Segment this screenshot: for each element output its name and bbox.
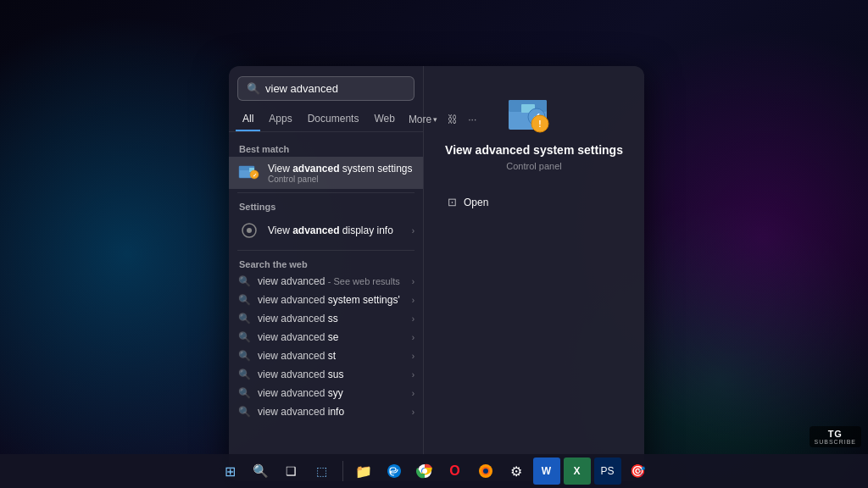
tab-web[interactable]: Web: [367, 108, 401, 131]
web-search-icon-6: 🔍: [237, 387, 251, 399]
search-web-label: Search the web: [229, 254, 423, 272]
web-arrow-4: ›: [412, 352, 415, 361]
web-item-2[interactable]: 🔍 view advanced ss ›: [229, 309, 423, 328]
web-item-5[interactable]: 🔍 view advanced sus ›: [229, 365, 423, 384]
search-button[interactable]: 🔍: [248, 458, 275, 485]
best-match-title: View advanced system settings: [268, 163, 415, 175]
tab-apps[interactable]: Apps: [262, 108, 298, 131]
web-item-3[interactable]: 🔍 view advanced se ›: [229, 328, 423, 347]
search-input[interactable]: [265, 82, 408, 95]
svg-text:✓: ✓: [253, 173, 257, 178]
divider-2: [237, 250, 415, 251]
app-preview-icon: ✓ !: [504, 92, 564, 142]
web-search-icon-3: 🔍: [237, 331, 251, 343]
word-icon[interactable]: W: [533, 458, 560, 485]
svg-point-18: [483, 469, 488, 474]
web-item-4[interactable]: 🔍 view advanced st ›: [229, 347, 423, 365]
tg-text: TG: [815, 429, 856, 439]
preview-actions: ⊡ Open: [441, 191, 627, 213]
web-search-icon-2: 🔍: [237, 313, 251, 324]
web-item-0[interactable]: 🔍 view advanced - See web results ›: [229, 272, 423, 291]
search-panel: 🔍 All Apps Documents Web More ▾ ⛓ ··· Be…: [229, 66, 644, 481]
preview-title: View advanced system settings: [445, 142, 623, 158]
web-search-icon-5: 🔍: [237, 369, 251, 380]
tab-all[interactable]: All: [236, 108, 260, 131]
settings-label: Settings: [229, 197, 423, 214]
web-text-1: view advanced system settings': [258, 294, 405, 306]
best-match-label: Best match: [229, 139, 423, 157]
preview-open-action[interactable]: ⊡ Open: [441, 191, 627, 213]
tg-badge: TG SUBSCRIBE: [810, 426, 861, 447]
web-text-0: view advanced - See web results: [258, 275, 405, 287]
best-match-subtitle: Control panel: [268, 175, 415, 184]
web-arrow-6: ›: [412, 389, 415, 398]
divider-1: [237, 192, 415, 193]
edge-icon[interactable]: [381, 458, 408, 485]
taskbar: ⊞ 🔍 ❑ ⬚ 📁 O ⚙ W X PS 🎯: [0, 454, 868, 488]
tab-documents[interactable]: Documents: [301, 108, 366, 131]
file-explorer-icon[interactable]: 📁: [350, 458, 377, 485]
web-text-6: view advanced syy: [258, 387, 405, 399]
preview-panel: ✓ ! View advanced system settings Contro…: [424, 66, 644, 481]
taskbar-divider: [342, 461, 343, 481]
web-arrow-2: ›: [412, 314, 415, 324]
search-left-panel: 🔍 All Apps Documents Web More ▾ ⛓ ··· Be…: [229, 66, 424, 481]
subscribe-text: SUBSCRIBE: [815, 439, 856, 445]
svg-point-6: [247, 228, 252, 233]
web-text-3: view advanced se: [258, 331, 405, 343]
search-icon: 🔍: [247, 82, 260, 95]
best-match-item[interactable]: ✓ View advanced system settings Control …: [229, 157, 423, 189]
web-arrow-7: ›: [412, 408, 415, 417]
start-button[interactable]: ⊞: [217, 458, 244, 485]
web-search-icon-4: 🔍: [237, 350, 251, 362]
web-search-icon-7: 🔍: [237, 406, 251, 418]
control-panel-icon: ✓: [237, 161, 261, 185]
web-text-7: view advanced info: [258, 406, 405, 418]
opera-icon[interactable]: O: [442, 458, 469, 485]
widgets-button[interactable]: ⬚: [309, 458, 336, 485]
preview-subtitle: Control panel: [506, 161, 561, 171]
chrome-icon[interactable]: [411, 458, 438, 485]
excel-icon[interactable]: X: [564, 458, 591, 485]
search-box-container[interactable]: 🔍: [237, 76, 415, 101]
task-view-button[interactable]: ❑: [278, 458, 305, 485]
web-item-7[interactable]: 🔍 view advanced info ›: [229, 402, 423, 421]
firefox-icon[interactable]: [472, 458, 499, 485]
search-results: Best match ✓ View advanced system settin…: [229, 132, 423, 481]
web-item-6[interactable]: 🔍 view advanced syy ›: [229, 384, 423, 402]
web-search-icon-0: 🔍: [237, 275, 251, 287]
web-arrow-0: ›: [412, 277, 415, 286]
web-search-icon-1: 🔍: [237, 294, 251, 306]
web-text-4: view advanced st: [258, 350, 405, 362]
app-icon[interactable]: 🎯: [625, 458, 652, 485]
settings-display-arrow: ›: [412, 226, 415, 236]
svg-text:!: !: [538, 119, 541, 129]
settings-display-icon: [237, 219, 261, 242]
web-item-1[interactable]: 🔍 view advanced system settings' ›: [229, 291, 423, 309]
open-icon: ⊡: [448, 196, 457, 208]
web-text-5: view advanced sus: [258, 369, 405, 380]
web-arrow-5: ›: [412, 370, 415, 380]
web-text-2: view advanced ss: [258, 313, 405, 324]
terminal-icon[interactable]: PS: [594, 458, 621, 485]
svg-point-15: [422, 469, 427, 474]
settings-display-title: View advanced display info: [268, 225, 405, 236]
settings-icon[interactable]: ⚙: [503, 458, 530, 485]
settings-display-text: View advanced display info: [268, 225, 405, 236]
best-match-text: View advanced system settings Control pa…: [268, 163, 415, 184]
open-label: Open: [464, 197, 488, 208]
settings-item-display[interactable]: View advanced display info ›: [229, 214, 423, 247]
search-tabs: All Apps Documents Web More ▾ ⛓ ···: [229, 108, 423, 132]
web-arrow-3: ›: [412, 333, 415, 342]
web-arrow-1: ›: [412, 296, 415, 305]
